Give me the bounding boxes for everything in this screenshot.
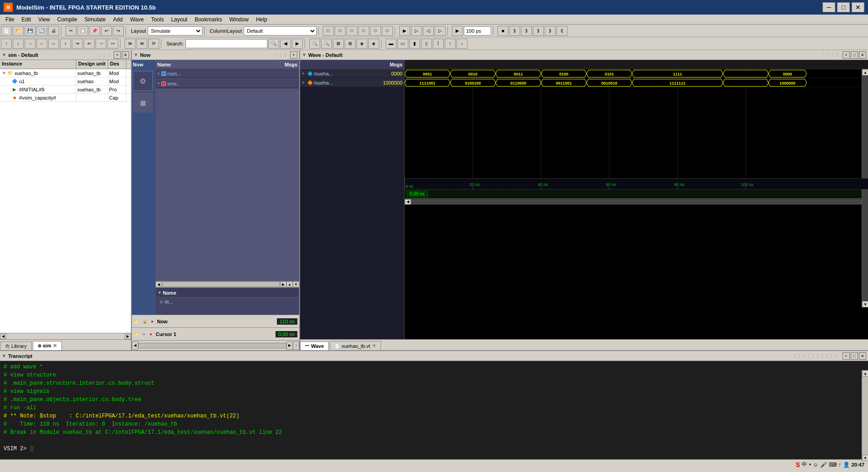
tb-btn-p[interactable]: ⟪ <box>557 26 567 36</box>
now-hscroll-right[interactable]: ▶ <box>280 281 286 287</box>
tb-btn-n[interactable]: ⟫ <box>533 26 544 36</box>
tree-row-vsim-cap[interactable]: ■ #vsim_capacity# Cap <box>0 94 131 102</box>
expand-sig1-icon[interactable]: + <box>300 71 306 76</box>
tb-btn-m[interactable]: ⟫ <box>521 26 532 36</box>
tb-btn-d[interactable]: ⬡ <box>358 26 369 36</box>
menu-item-add[interactable]: Add <box>110 15 126 24</box>
menu-item-bookmarks[interactable]: Bookmarks <box>191 15 226 24</box>
tab-vt[interactable]: 📄 xuehao_tb.vt ✕ <box>330 341 381 350</box>
now-panel-add-btn[interactable]: + <box>290 51 297 59</box>
menu-item-wave[interactable]: Wave <box>126 15 147 24</box>
now-nav-left[interactable]: ◀ <box>132 341 138 350</box>
menu-item-view[interactable]: View <box>35 15 54 24</box>
menu-item-file[interactable]: File <box>2 15 18 24</box>
maximize-button[interactable]: □ <box>837 2 850 12</box>
tb-btn-b[interactable]: ⬡ <box>335 26 346 36</box>
wave-hscroll-left[interactable]: ◀ <box>405 199 411 205</box>
tab-library[interactable]: 📚 Library <box>0 341 32 350</box>
sim-ctrl-9[interactable]: ⤑ <box>95 39 106 49</box>
save-btn[interactable]: 💾 <box>25 26 35 36</box>
tree-row-initial9[interactable]: ▶ #INITIAL#9 xuehao_tb Pro <box>0 85 131 94</box>
signal-group-num[interactable]: + num... <box>156 69 299 78</box>
tb-btn-c[interactable]: ⬡ <box>346 26 357 36</box>
tree-row-xuehao-tb[interactable]: ▼ 📁 xuehao_tb xuehao_tb Mod <box>0 69 131 77</box>
wave-ctrl-4[interactable]: ▯ <box>421 39 432 49</box>
zoom-r2[interactable]: ◈ <box>368 39 379 49</box>
now-scroll-up[interactable]: ▲ <box>286 281 293 287</box>
zoom-sel[interactable]: ⊞ <box>345 39 356 49</box>
run-time-input[interactable] <box>464 26 491 35</box>
tb-btn-j[interactable]: ▷ <box>435 26 446 36</box>
sim-panel-hscroll[interactable]: ◀ ▶ <box>0 333 131 339</box>
now-scroll-dn[interactable]: ▼ <box>293 281 299 287</box>
search-prev[interactable]: ◀ <box>280 39 291 49</box>
search-btn[interactable]: 🔍 <box>268 39 279 49</box>
sim-ctrl-6[interactable]: ↕ <box>60 39 71 49</box>
sim-ctrl-1[interactable]: ↑ <box>1 39 12 49</box>
sim-ctrl-4[interactable]: ← <box>36 39 47 49</box>
tab-wave[interactable]: 〰 Wave <box>300 341 329 350</box>
menu-item-help[interactable]: Help <box>252 15 271 24</box>
now-nav-scroll[interactable]: ↕ <box>293 341 299 350</box>
zoom-fit[interactable]: ⊠ <box>333 39 344 49</box>
vscroll-down[interactable]: ▼ <box>862 301 868 307</box>
sim-ctrl-2[interactable]: ↓ <box>13 39 24 49</box>
undo-btn[interactable]: ↩ <box>101 26 112 36</box>
print-btn[interactable]: 🖨 <box>48 26 59 36</box>
sim-ctrl-5[interactable]: ↔ <box>48 39 59 49</box>
transcript-vscroll-up[interactable]: ▲ <box>862 370 868 377</box>
vscroll-up[interactable]: ▲ <box>862 69 868 75</box>
cut-btn[interactable]: ✂ <box>65 26 76 36</box>
paste-btn[interactable]: 📌 <box>89 26 100 36</box>
sim-ctrl-8[interactable]: ⇐ <box>84 39 95 49</box>
minimize-button[interactable]: ─ <box>823 2 835 12</box>
sim-ctrl-10[interactable]: ⤐ <box>107 39 118 49</box>
transcript-max-btn[interactable]: □ <box>851 352 858 360</box>
sim-panel-add-btn[interactable]: + <box>114 51 121 59</box>
layout-select[interactable]: Simulate <box>148 26 202 35</box>
tb-btn-h[interactable]: ▷ <box>411 26 422 36</box>
tb-btn-a[interactable]: ⬡ <box>323 26 334 36</box>
now-gear-btn[interactable]: ⚙ <box>133 71 153 91</box>
search-next[interactable]: ▶ <box>292 39 303 49</box>
tab-sim-close[interactable]: ✕ <box>53 343 57 348</box>
sim-panel-close-btn[interactable]: ✕ <box>122 51 129 59</box>
now-name-item-1[interactable]: # #I... <box>156 297 298 306</box>
copy-btn[interactable]: 📋 <box>77 26 88 36</box>
transcript-close-btn[interactable]: ✕ <box>859 352 866 360</box>
wave-ctrl-2[interactable]: ▭ <box>397 39 408 49</box>
wave-ctrl-5[interactable]: ⏐ <box>433 39 444 49</box>
wave-panel-add-btn[interactable]: + <box>843 51 850 59</box>
tb-btn-g[interactable]: ▶ <box>399 26 410 36</box>
tb-btn-f[interactable]: ⬡ <box>382 26 393 36</box>
tb-btn-k[interactable]: ■ <box>497 26 508 36</box>
now-hscroll[interactable]: ◀ ▶ ▲ ▼ <box>156 281 299 287</box>
wave-hscroll[interactable]: ◀ ▶ <box>405 198 868 205</box>
expand-num-icon[interactable]: + <box>157 71 160 76</box>
run-btn[interactable]: ▶ <box>452 26 463 36</box>
wave-signal-row-1[interactable]: + /xueha... 0000 <box>300 69 404 78</box>
tb-btn-o[interactable]: ⟫ <box>545 26 556 36</box>
menu-item-simulate[interactable]: Simulate <box>81 15 110 24</box>
menu-item-compile[interactable]: Compile <box>54 15 81 24</box>
wave-ctrl-6[interactable]: ↑ <box>445 39 456 49</box>
now-hscroll-left[interactable]: ◀ <box>156 281 162 287</box>
now-nav-right[interactable]: ▶ <box>286 341 293 350</box>
sim-ctrl-11[interactable]: ≫ <box>125 39 135 49</box>
open-btn[interactable]: 📂 <box>13 26 24 36</box>
wave-panel-max-btn[interactable]: □ <box>851 51 858 59</box>
zoom-r1[interactable]: ◈ <box>356 39 367 49</box>
wave-ctrl-1[interactable]: ▬ <box>386 39 396 49</box>
wave-signal-row-2[interactable]: + /xueha... 1000000 <box>300 78 404 87</box>
refresh-btn[interactable]: 🔄 <box>36 26 47 36</box>
signal-group-sme[interactable]: + sme... <box>156 79 299 88</box>
transcript-vscroll[interactable]: ▲ ▼ <box>862 370 868 461</box>
transcript-vscroll-down[interactable]: ▼ <box>862 455 868 461</box>
menu-item-tools[interactable]: Tools <box>147 15 167 24</box>
hscroll-left[interactable]: ◀ <box>0 334 6 339</box>
tb-btn-e[interactable]: ⬡ <box>370 26 381 36</box>
sim-ctrl-12[interactable]: ≪ <box>136 39 147 49</box>
sim-ctrl-13[interactable]: ⟳ <box>148 39 159 49</box>
expand-sig2-icon[interactable]: + <box>300 80 306 85</box>
search-input[interactable] <box>186 39 267 48</box>
